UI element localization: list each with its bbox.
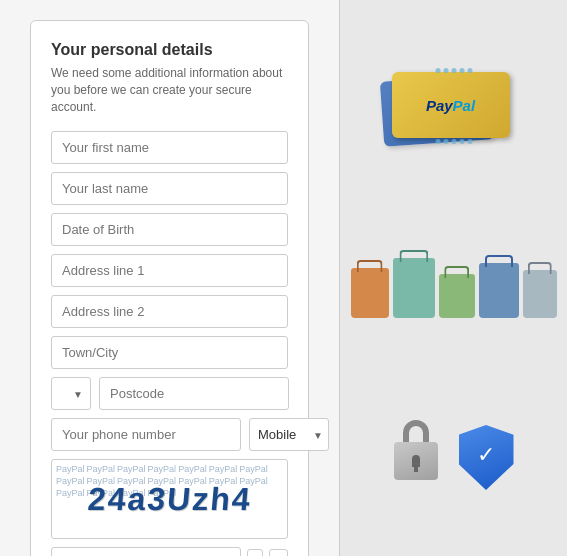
card-title: Your personal details bbox=[51, 41, 288, 59]
padlock-keyhole bbox=[412, 455, 420, 467]
dob-input[interactable] bbox=[51, 213, 288, 246]
captcha-code-input[interactable] bbox=[51, 547, 241, 556]
phone-type-wrapper: Mobile Home Work ▼ bbox=[249, 418, 329, 451]
bag-orange bbox=[351, 268, 389, 318]
shopping-bags-illustration bbox=[351, 238, 557, 318]
paypal-illustration: PayPal bbox=[374, 66, 534, 146]
audio-captcha-button[interactable]: 🔊 bbox=[269, 549, 288, 556]
code-row: ↻ 🔊 bbox=[51, 547, 288, 556]
dots-top bbox=[435, 68, 472, 73]
bag-blue bbox=[479, 263, 519, 318]
shield-icon: ✓ bbox=[459, 425, 514, 490]
phone-input[interactable] bbox=[51, 418, 241, 451]
form-panel: Your personal details We need some addit… bbox=[0, 0, 340, 556]
address1-input[interactable] bbox=[51, 254, 288, 287]
county-wrapper: County ▼ bbox=[51, 377, 91, 410]
captcha-image: PayPal PayPal PayPal PayPal PayPal PayPa… bbox=[51, 459, 288, 539]
phone-type-select[interactable]: Mobile Home Work bbox=[249, 418, 329, 451]
dots-bottom bbox=[435, 139, 472, 144]
paypal-text: PayPal bbox=[426, 97, 475, 114]
county-select[interactable]: County bbox=[51, 377, 91, 410]
padlock-icon bbox=[394, 420, 444, 480]
card-front: PayPal bbox=[392, 72, 510, 138]
bag-teal bbox=[393, 258, 435, 318]
padlock-body bbox=[394, 442, 438, 480]
shield-checkmark: ✓ bbox=[477, 442, 495, 468]
right-panel: PayPal bbox=[340, 0, 567, 556]
shield-shape: ✓ bbox=[459, 425, 514, 490]
first-name-input[interactable] bbox=[51, 131, 288, 164]
card-subtitle: We need some additional information abou… bbox=[51, 65, 288, 115]
postcode-input[interactable] bbox=[99, 377, 289, 410]
phone-row: Mobile Home Work ▼ bbox=[51, 418, 288, 451]
bag-green bbox=[439, 274, 475, 318]
address2-input[interactable] bbox=[51, 295, 288, 328]
bag-gray bbox=[523, 270, 557, 318]
last-name-input[interactable] bbox=[51, 172, 288, 205]
refresh-captcha-button[interactable]: ↻ bbox=[247, 549, 263, 556]
personal-details-card: Your personal details We need some addit… bbox=[30, 20, 309, 556]
county-postcode-row: County ▼ bbox=[51, 377, 288, 410]
town-input[interactable] bbox=[51, 336, 288, 369]
padlock-shackle bbox=[403, 420, 429, 444]
security-illustration: ✓ bbox=[394, 410, 514, 490]
captcha-code-text: 24a3Uzh4 bbox=[86, 481, 253, 518]
